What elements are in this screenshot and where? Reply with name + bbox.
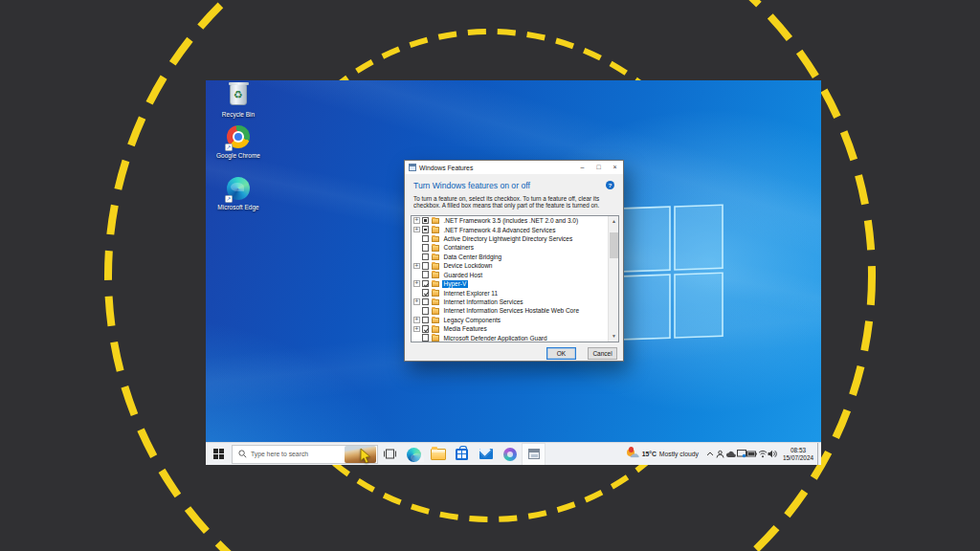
weather-condition: Mostly cloudy xyxy=(659,451,699,457)
feature-label: Internet Information Services Hostable W… xyxy=(442,307,582,315)
feature-label: Internet Information Services xyxy=(442,298,525,306)
desktop-icon-label: Microsoft Edge xyxy=(213,204,263,211)
expand-toggle-icon[interactable] xyxy=(413,263,420,270)
expand-toggle-icon[interactable] xyxy=(413,280,420,287)
weather-widget[interactable]: ☁ 15°C Mostly cloudy xyxy=(627,449,699,459)
feature-checkbox[interactable] xyxy=(422,334,430,342)
tray-display-icon[interactable] xyxy=(736,447,746,462)
dialog-titlebar[interactable]: Windows Features – □ × xyxy=(405,161,623,174)
feature-row[interactable]: Data Center Bridging xyxy=(412,253,608,261)
feature-checkbox[interactable] xyxy=(422,271,430,278)
feature-row[interactable]: Internet Explorer 11 xyxy=(412,288,608,297)
taskbar-app-copilot[interactable] xyxy=(498,443,522,466)
feature-row[interactable]: Device Lockdown xyxy=(412,261,608,270)
folder-icon xyxy=(432,236,439,243)
feature-checkbox[interactable] xyxy=(422,317,430,324)
clock-date: 15/07/2024 xyxy=(783,454,813,461)
system-tray xyxy=(704,447,778,462)
weather-temperature: 15°C xyxy=(642,451,657,457)
windows-features-dialog: Windows Features – □ × Turn Windows feat… xyxy=(404,160,624,362)
show-desktop-button[interactable] xyxy=(817,443,821,466)
desktop-icon-google-chrome[interactable]: ↗ Google Chrome xyxy=(213,124,263,160)
tray-chevron-up-icon[interactable] xyxy=(704,447,715,462)
feature-label: Device Lockdown xyxy=(442,262,495,270)
close-button[interactable]: × xyxy=(607,161,623,174)
help-icon[interactable]: ? xyxy=(606,181,614,189)
tray-onedrive-icon[interactable] xyxy=(725,447,736,462)
mail-icon xyxy=(479,449,493,459)
feature-label: Containers xyxy=(442,244,476,252)
taskbar-app-file-explorer[interactable] xyxy=(426,443,450,466)
folder-icon xyxy=(432,218,439,225)
feature-checkbox[interactable] xyxy=(422,298,430,306)
feature-row[interactable]: Internet Information Services xyxy=(412,298,608,306)
feature-checkbox[interactable] xyxy=(422,235,430,243)
taskbar-app-store[interactable] xyxy=(450,443,474,466)
ok-button[interactable]: OK xyxy=(546,347,576,360)
scroll-up-icon[interactable]: ▲ xyxy=(609,216,619,227)
feature-checkbox[interactable] xyxy=(422,262,430,270)
expand-toggle-icon[interactable] xyxy=(413,227,420,233)
feature-row[interactable]: Containers xyxy=(412,243,608,252)
expand-toggle-icon[interactable] xyxy=(413,326,420,333)
taskbar-clock[interactable]: 08:53 15/07/2024 xyxy=(783,447,813,461)
feature-row[interactable]: .NET Framework 3.5 (includes .NET 2.0 an… xyxy=(412,216,608,225)
microsoft-store-icon xyxy=(456,449,468,460)
tray-volume-icon[interactable] xyxy=(768,447,778,462)
feature-row-hyper-v[interactable]: Hyper-V xyxy=(412,279,608,288)
feature-row[interactable]: Media Features xyxy=(412,324,608,333)
desktop-icon-microsoft-edge[interactable]: ↗ Microsoft Edge xyxy=(213,176,263,211)
feature-row[interactable]: Guarded Host xyxy=(412,271,608,279)
feature-row[interactable]: Active Directory Lightweight Directory S… xyxy=(412,234,608,243)
cancel-button[interactable]: Cancel xyxy=(588,347,617,360)
search-box[interactable]: Type here to search xyxy=(232,445,378,464)
feature-label: Legacy Components xyxy=(442,316,503,323)
expand-toggle-icon[interactable] xyxy=(413,317,420,323)
expand-toggle-icon[interactable] xyxy=(413,217,420,224)
feature-checkbox[interactable] xyxy=(422,253,430,261)
feature-checkbox[interactable] xyxy=(422,244,430,252)
copilot-icon xyxy=(503,448,517,461)
tray-meet-now-icon[interactable] xyxy=(715,447,725,462)
mouse-cursor xyxy=(359,448,374,465)
tray-network-icon[interactable] xyxy=(757,447,768,462)
folder-icon xyxy=(432,326,439,333)
feature-row[interactable]: Microsoft Defender Application Guard xyxy=(412,333,608,342)
minimize-button[interactable]: – xyxy=(574,161,590,174)
scrollbar-thumb[interactable] xyxy=(610,232,618,258)
shortcut-arrow-icon: ↗ xyxy=(225,195,233,203)
start-button[interactable] xyxy=(206,443,232,466)
folder-icon xyxy=(432,318,439,324)
recycle-bin-icon: ♻ xyxy=(226,84,251,109)
taskbar-app-windows-features[interactable] xyxy=(522,443,546,466)
task-view-icon xyxy=(384,449,396,459)
feature-checkbox[interactable] xyxy=(422,307,430,315)
scroll-down-icon[interactable]: ▼ xyxy=(609,331,619,342)
search-placeholder: Type here to search xyxy=(251,451,345,457)
windows-features-app-icon xyxy=(409,164,416,171)
folder-icon xyxy=(432,263,439,270)
taskbar: Type here to search xyxy=(206,442,821,465)
feature-label: .NET Framework 3.5 (includes .NET 2.0 an… xyxy=(442,217,581,225)
expand-toggle-icon[interactable] xyxy=(413,298,420,305)
desktop-icon-label: Recycle Bin xyxy=(213,111,263,119)
feature-checkbox[interactable] xyxy=(422,280,430,288)
tray-battery-icon[interactable] xyxy=(746,447,757,462)
feature-label: Microsoft Defender Application Guard xyxy=(442,334,549,342)
feature-row[interactable]: Legacy Components xyxy=(412,316,608,324)
feature-label: Active Directory Lightweight Directory S… xyxy=(442,235,575,243)
taskbar-app-edge[interactable] xyxy=(402,443,426,466)
feature-checkbox[interactable] xyxy=(422,217,430,225)
desktop-icon-recycle-bin[interactable]: ♻ Recycle Bin xyxy=(213,82,263,119)
feature-checkbox[interactable] xyxy=(422,226,430,233)
feature-checkbox[interactable] xyxy=(422,289,430,297)
feature-row[interactable]: Internet Information Services Hostable W… xyxy=(412,306,608,315)
feature-checkbox[interactable] xyxy=(422,325,430,333)
folder-icon xyxy=(432,254,439,261)
feature-row[interactable]: .NET Framework 4.8 Advanced Services xyxy=(412,225,608,233)
file-explorer-icon xyxy=(431,449,446,460)
vertical-scrollbar[interactable]: ▲ ▼ xyxy=(608,216,618,342)
task-view-button[interactable] xyxy=(378,443,402,466)
taskbar-app-mail[interactable] xyxy=(474,443,498,466)
maximize-button[interactable]: □ xyxy=(590,161,607,174)
